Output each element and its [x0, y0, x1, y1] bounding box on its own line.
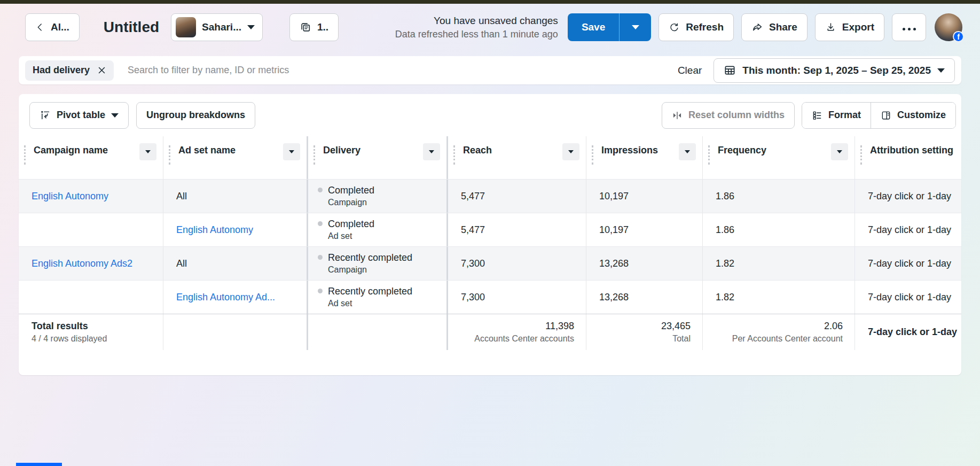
back-to-reports-button[interactable]: Al... [25, 13, 80, 41]
customize-panel-icon [881, 110, 891, 121]
more-options-button[interactable] [892, 13, 926, 41]
date-range-selector[interactable]: This month: Sep 1, 2025 – Sep 25, 2025 [714, 58, 955, 83]
drag-handle-icon[interactable] [313, 145, 315, 165]
frequency-cell: 1.82 [703, 281, 855, 314]
frequency-cell: 1.82 [703, 247, 855, 280]
save-options-button[interactable] [619, 13, 651, 41]
delivery-status: Completed [328, 218, 374, 230]
column-header-label: Ad set name [178, 145, 236, 156]
campaign-name-link[interactable]: English Autonomy Ads2 [19, 247, 163, 280]
campaign-name-link[interactable]: English Autonomy [19, 180, 163, 213]
ad-set-link[interactable]: English Autonomy Ad... [163, 281, 308, 314]
column-header-attribution-setting: Attribution setting [855, 136, 961, 179]
remove-filter-icon[interactable] [97, 66, 106, 75]
pivot-table-icon [40, 110, 51, 121]
stacked-reports-icon [300, 21, 311, 33]
pivot-table-label: Pivot table [57, 110, 105, 121]
column-menu-button[interactable] [283, 143, 300, 160]
delivery-status-dot [318, 188, 323, 192]
delivery-cell: Recently completed Ad set [308, 281, 448, 314]
delivery-status-dot [318, 289, 323, 293]
drag-handle-icon[interactable] [708, 145, 710, 165]
table-totals-row: Total results 4 / 4 rows displayed 11,39… [19, 314, 961, 350]
reach-cell: 7,300 [448, 247, 586, 280]
total-frequency-label: Per Accounts Center account [732, 334, 843, 344]
save-button[interactable]: Save [568, 13, 619, 41]
reset-widths-icon [672, 110, 683, 121]
clear-filters-button[interactable]: Clear [678, 65, 702, 76]
drag-handle-icon[interactable] [453, 145, 455, 165]
facebook-badge-icon: f [953, 31, 964, 42]
format-customize-group: Format Customize [802, 102, 956, 129]
attribution-cell: 7-day click or 1-day [855, 213, 961, 246]
column-menu-button[interactable] [139, 143, 156, 160]
share-label: Share [769, 21, 797, 33]
column-menu-button[interactable] [831, 143, 848, 160]
chevron-down-icon [247, 25, 255, 29]
account-name: Sahari... [202, 21, 241, 33]
drag-handle-icon[interactable] [860, 145, 862, 165]
ungroup-breakdowns-label: Ungroup breakdowns [146, 110, 245, 121]
table-row: English Autonomy Completed Ad set 5,477 … [19, 213, 961, 246]
delivery-level: Ad set [328, 298, 412, 309]
column-header-frequency: Frequency [703, 136, 855, 179]
delivery-level: Ad set [328, 231, 374, 242]
drag-handle-icon[interactable] [24, 145, 26, 165]
refresh-button[interactable]: Refresh [658, 13, 734, 41]
export-download-icon [825, 22, 836, 33]
unsaved-changes-text: You have unsaved changes [395, 14, 558, 28]
reset-column-widths-button[interactable]: Reset column widths [662, 102, 795, 129]
pivot-table-dropdown[interactable]: Pivot table [29, 102, 129, 129]
column-header-delivery: Delivery [308, 136, 448, 179]
ad-set-link[interactable]: English Autonomy [163, 213, 308, 246]
reach-cell: 7,300 [448, 281, 586, 314]
frequency-cell: 1.86 [703, 180, 855, 213]
customize-label: Customize [897, 110, 946, 121]
attribution-cell: 7-day click or 1-day [855, 281, 961, 314]
export-button[interactable]: Export [815, 13, 884, 41]
format-button[interactable]: Format [802, 103, 871, 128]
refresh-icon [669, 22, 680, 33]
report-title: Untitled [104, 19, 159, 36]
chevron-down-icon [111, 113, 119, 118]
column-header-label: Attribution setting [870, 145, 953, 156]
column-menu-button[interactable] [679, 143, 696, 160]
back-label: Al... [51, 21, 69, 33]
column-header-label: Reach [463, 145, 492, 156]
delivery-status: Recently completed [328, 251, 412, 264]
filter-chip-had-delivery[interactable]: Had delivery [25, 60, 114, 81]
impressions-cell: 13,268 [586, 281, 703, 314]
drag-handle-icon[interactable] [592, 145, 593, 165]
save-status: You have unsaved changes Data refreshed … [395, 14, 558, 41]
profile-avatar[interactable]: f [935, 13, 962, 41]
reports-count: 1.. [317, 21, 328, 33]
delivery-status: Recently completed [328, 285, 412, 298]
account-selector[interactable]: Sahari... [171, 13, 263, 41]
delivery-cell: Completed Campaign [308, 180, 448, 213]
share-icon [751, 21, 763, 33]
column-menu-button[interactable] [423, 143, 440, 160]
filter-bar: Had delivery Search to filter by name, I… [19, 56, 961, 84]
search-input[interactable]: Search to filter by name, ID or metrics [128, 65, 678, 76]
customize-button[interactable]: Customize [871, 103, 955, 128]
table-row: English Autonomy Ad... Recently complete… [19, 280, 961, 314]
table-header-row: Campaign name Ad set name Delivery Reach… [19, 136, 961, 179]
column-header-label: Frequency [718, 145, 766, 156]
ad-set-cell: All [163, 180, 308, 213]
drag-handle-icon[interactable] [169, 145, 170, 165]
chevron-left-icon [35, 22, 45, 32]
reports-count-button[interactable]: 1.. [289, 13, 339, 41]
delivery-status: Completed [328, 184, 374, 197]
taskbar-accent [16, 463, 62, 466]
attribution-cell: 7-day click or 1-day [855, 247, 961, 280]
column-header-ad-set-name: Ad set name [163, 136, 308, 179]
delivery-level: Campaign [328, 197, 374, 208]
rows-displayed-count: 4 / 4 rows displayed [32, 334, 163, 344]
share-button[interactable]: Share [741, 13, 807, 41]
total-frequency-value: 2.06 [824, 321, 843, 332]
total-impressions-label: Total [672, 334, 691, 344]
chevron-down-icon [632, 25, 639, 29]
ungroup-breakdowns-button[interactable]: Ungroup breakdowns [136, 102, 255, 129]
column-menu-button[interactable] [562, 143, 579, 160]
data-refreshed-text: Data refreshed less than 1 minute ago [395, 28, 558, 41]
